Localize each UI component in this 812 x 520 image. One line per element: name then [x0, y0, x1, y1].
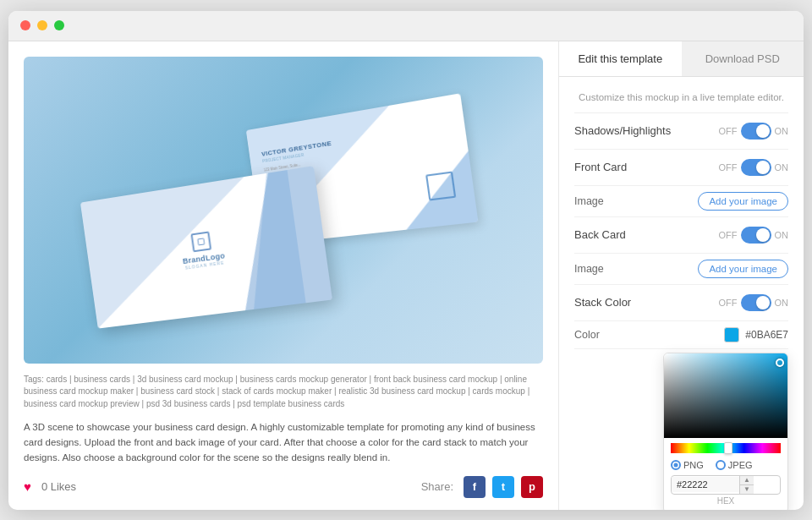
app-window: VICTOR GREYSTONE PROJECT MANAGER 123 Mai… — [8, 11, 804, 510]
shadows-on: ON — [775, 126, 789, 136]
picker-controls: PNG JPEG ▲ ▼ — [664, 457, 787, 510]
back-card-toggle[interactable]: OFF ON — [719, 227, 789, 244]
close-dot[interactable] — [20, 20, 30, 30]
stack-color-sub-label: Color — [574, 329, 600, 341]
fb-letter: f — [473, 480, 476, 493]
hex-input[interactable] — [672, 477, 739, 492]
panel-body: Customize this mockup in a live template… — [559, 77, 804, 510]
stack-color-swatch-group[interactable]: #0BA6E7 — [724, 327, 788, 342]
tab-download[interactable]: Download PSD — [682, 41, 804, 76]
main-content: VICTOR GREYSTONE PROJECT MANAGER 123 Mai… — [8, 41, 804, 510]
card-scene: VICTOR GREYSTONE PROJECT MANAGER 123 Mai… — [75, 87, 491, 332]
front-card-row: Front Card OFF ON — [574, 150, 788, 186]
png-label: PNG — [683, 460, 704, 470]
jpeg-radio[interactable] — [716, 460, 726, 470]
stack-color-label: Stack Color — [574, 296, 631, 309]
expand-dot[interactable] — [54, 20, 64, 30]
front-card-track[interactable] — [741, 159, 771, 176]
title-bar — [8, 11, 804, 41]
minimize-dot[interactable] — [37, 20, 47, 30]
front-image-label: Image — [574, 195, 604, 207]
hex-down-spinner[interactable]: ▼ — [740, 485, 754, 494]
front-card-image-row: Image Add your image — [574, 186, 788, 217]
png-radio[interactable] — [671, 460, 681, 470]
front-card-thumb — [756, 161, 770, 174]
back-add-image-btn[interactable]: Add your image — [698, 260, 788, 278]
stack-color-swatch-row: Color #0BA6E7 — [574, 321, 788, 349]
color-picker-popup: PNG JPEG ▲ ▼ — [663, 353, 788, 510]
heart-icon[interactable]: ♥ — [24, 479, 31, 494]
logo-box — [191, 231, 212, 252]
stack-color-thumb — [756, 296, 770, 309]
hex-spinners: ▲ ▼ — [739, 476, 754, 494]
customize-note: Customize this mockup in a live template… — [574, 87, 788, 113]
picker-hue-thumb — [724, 442, 732, 454]
front-card-off: OFF — [719, 162, 738, 172]
stack-color-swatch[interactable] — [724, 327, 739, 342]
stack-color-on: ON — [775, 298, 789, 308]
likes-count: 0 Likes — [41, 480, 76, 493]
back-card-image-row: Image Add your image — [574, 254, 788, 285]
front-card-preview: BrandLogo SLOGAN HERE — [80, 167, 332, 329]
back-card-thumb — [756, 228, 770, 242]
tabs-row: Edit this template Download PSD — [559, 41, 804, 77]
shadows-thumb — [756, 124, 770, 138]
tab-edit[interactable]: Edit this template — [559, 41, 682, 76]
hex-label: HEX — [671, 496, 781, 506]
social-icons: f t p — [464, 476, 543, 498]
jpeg-format-btn[interactable]: JPEG — [716, 460, 753, 470]
picker-cursor — [776, 359, 784, 367]
png-format-btn[interactable]: PNG — [671, 460, 704, 470]
picker-format-row: PNG JPEG — [671, 460, 781, 470]
share-label: Share: — [421, 480, 453, 493]
facebook-icon[interactable]: f — [464, 476, 486, 498]
tw-letter: t — [502, 480, 505, 493]
stack-color-track[interactable] — [741, 294, 771, 311]
front-add-image-btn[interactable]: Add your image — [698, 192, 788, 211]
description-text: A 3D scene to showcase your business car… — [24, 420, 543, 465]
front-card-toggle[interactable]: OFF ON — [719, 159, 789, 176]
shadows-track[interactable] — [741, 123, 771, 140]
back-card-off: OFF — [719, 230, 738, 240]
picker-gradient[interactable] — [664, 353, 788, 438]
jpeg-label: JPEG — [728, 460, 753, 470]
logo-inner — [198, 238, 206, 245]
card-logo: BrandLogo SLOGAN HERE — [179, 229, 227, 271]
stack-color-hex: #0BA6E7 — [745, 329, 788, 341]
front-card-label: Front Card — [574, 161, 627, 173]
picker-hue-bar[interactable] — [671, 443, 781, 453]
shadows-row: Shadows/Highlights OFF ON — [574, 113, 788, 150]
pt-letter: p — [529, 480, 535, 493]
pinterest-icon[interactable]: p — [521, 476, 543, 498]
left-panel: VICTOR GREYSTONE PROJECT MANAGER 123 Mai… — [8, 41, 558, 510]
twitter-icon[interactable]: t — [492, 476, 514, 498]
back-image-label: Image — [574, 263, 604, 275]
stack-color-row: Stack Color OFF ON — [574, 285, 788, 321]
preview-image: VICTOR GREYSTONE PROJECT MANAGER 123 Mai… — [24, 57, 543, 364]
back-card-track[interactable] — [741, 227, 771, 244]
back-card-row: Back Card OFF ON — [574, 217, 788, 254]
front-card-on: ON — [775, 162, 789, 172]
tags-bar: Tags: cards | business cards | 3d busine… — [24, 374, 543, 411]
shadows-label: Shadows/Highlights — [574, 124, 671, 137]
stack-color-off: OFF — [719, 298, 738, 308]
stack-color-toggle[interactable]: OFF ON — [719, 294, 789, 311]
back-card-label: Back Card — [574, 228, 626, 241]
shadows-off: OFF — [719, 126, 738, 136]
likes-bar: ♥ 0 Likes Share: f t p — [24, 476, 543, 498]
shadows-toggle[interactable]: OFF ON — [719, 123, 789, 140]
hex-input-group[interactable]: ▲ ▼ — [671, 475, 781, 495]
right-panel: Edit this template Download PSD Customiz… — [558, 41, 804, 510]
hex-up-spinner[interactable]: ▲ — [740, 476, 754, 485]
back-card-on: ON — [775, 230, 789, 240]
